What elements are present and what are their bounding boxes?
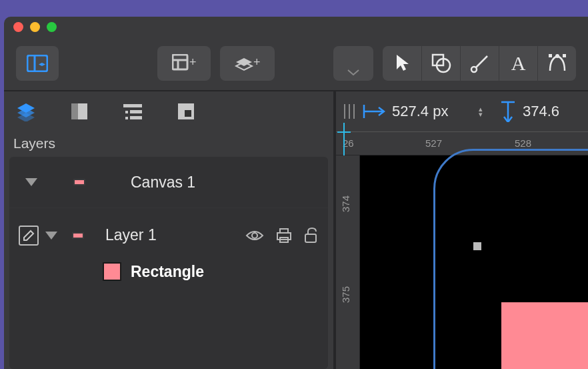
- selection-tab[interactable]: [175, 100, 197, 123]
- minimize-window-button[interactable]: [30, 22, 40, 32]
- ruler-tick: 374: [340, 196, 351, 212]
- layers-tab[interactable]: [15, 100, 37, 123]
- svg-rect-3: [173, 55, 187, 69]
- canvas-row[interactable]: Canvas 1: [9, 157, 328, 208]
- width-arrow-icon: [363, 103, 385, 119]
- close-window-button[interactable]: [13, 22, 23, 32]
- selection-handle[interactable]: [473, 242, 481, 250]
- styles-tab[interactable]: [68, 100, 91, 123]
- panel-tabs: [4, 91, 333, 131]
- measure-bar: ▴▾: [336, 91, 588, 131]
- unlock-icon[interactable]: [304, 228, 319, 244]
- svg-rect-16: [71, 103, 78, 119]
- svg-text:+: +: [189, 55, 196, 69]
- edit-layer-button[interactable]: [19, 226, 39, 246]
- styles-icon: [70, 102, 89, 121]
- align-icon[interactable]: [343, 103, 356, 120]
- text-tool[interactable]: A: [499, 46, 537, 81]
- panel-plus-icon: +: [172, 54, 196, 73]
- height-arrow-icon: [500, 101, 516, 122]
- svg-rect-18: [130, 110, 142, 113]
- list-icon: [123, 103, 142, 120]
- vertical-ruler[interactable]: 374 375: [336, 155, 360, 369]
- svg-point-24: [252, 233, 257, 238]
- pen-icon: [547, 53, 567, 73]
- y-field[interactable]: [500, 101, 569, 122]
- color-swatch[interactable]: [73, 179, 85, 186]
- layers-icon: [15, 101, 37, 121]
- shape-row[interactable]: Rectangle: [9, 262, 328, 292]
- select-tool[interactable]: [383, 46, 421, 81]
- pencil-icon: [23, 230, 35, 242]
- add-layer-button[interactable]: +: [220, 46, 275, 81]
- main-toolbar: ◂▸ + + A: [4, 37, 588, 91]
- chevron-down-icon: [347, 69, 359, 76]
- svg-line-11: [476, 56, 487, 67]
- app-window: ◂▸ + + A: [4, 17, 588, 369]
- layer-label: Layer 1: [105, 226, 157, 244]
- svg-rect-13: [549, 54, 552, 57]
- text-icon: A: [511, 52, 526, 75]
- line-tool[interactable]: [460, 46, 499, 81]
- svg-rect-14: [563, 54, 566, 57]
- svg-rect-19: [130, 116, 142, 119]
- print-icon[interactable]: [276, 228, 292, 243]
- svg-rect-28: [305, 234, 316, 242]
- svg-rect-23: [185, 110, 191, 117]
- svg-point-12: [555, 54, 559, 58]
- grid-icon: [177, 102, 195, 121]
- zoom-window-button[interactable]: [47, 22, 57, 32]
- sidebar-icon: ◂▸: [27, 55, 48, 72]
- canvas-area: ▴▾ 26 527 528 374 375: [336, 91, 588, 369]
- disclosure-triangle-icon[interactable]: [25, 178, 37, 186]
- sidebar-toggle-button[interactable]: ◂▸: [16, 46, 59, 81]
- ruler-tick: 375: [340, 286, 351, 303]
- svg-text:+: +: [253, 55, 260, 69]
- svg-rect-8: [433, 55, 443, 65]
- svg-text:◂▸: ◂▸: [39, 60, 45, 67]
- left-sidebar: Layers Canvas 1: [4, 91, 336, 369]
- layers-list: Canvas 1 Layer 1: [9, 157, 328, 369]
- rectangle-shape[interactable]: [501, 302, 588, 369]
- panel-title: Layers: [4, 131, 333, 157]
- pen-tool[interactable]: [537, 46, 576, 81]
- guide-marker-icon[interactable]: [337, 123, 351, 156]
- svg-point-10: [471, 67, 477, 72]
- svg-rect-21: [125, 117, 128, 119]
- shape-thumbnail: [103, 262, 121, 281]
- ruler-tick: 527: [425, 137, 442, 149]
- y-input[interactable]: [523, 103, 569, 120]
- x-stepper[interactable]: ▴▾: [479, 106, 483, 117]
- canvas-viewport[interactable]: 374 375: [360, 155, 588, 369]
- add-panel-button[interactable]: +: [157, 46, 211, 81]
- layers-plus-icon: +: [235, 54, 260, 73]
- pointer-icon: [394, 53, 410, 73]
- eye-icon[interactable]: [245, 229, 264, 242]
- svg-rect-17: [123, 104, 142, 107]
- color-swatch[interactable]: [72, 232, 84, 239]
- disclosure-triangle-icon[interactable]: [45, 232, 57, 240]
- titlebar: [4, 17, 588, 37]
- mode-dropdown[interactable]: [333, 46, 373, 81]
- shape-icon: [431, 53, 451, 73]
- svg-rect-20: [125, 111, 128, 113]
- shape-label: Rectangle: [131, 263, 204, 281]
- outline-tab[interactable]: [121, 100, 144, 123]
- canvas-label: Canvas 1: [131, 173, 195, 192]
- svg-rect-26: [280, 229, 288, 233]
- tool-group: A: [383, 46, 576, 81]
- layer-row[interactable]: Layer 1: [9, 208, 328, 262]
- ruler-tick: 528: [515, 137, 531, 149]
- shape-tool[interactable]: [421, 46, 460, 81]
- x-field[interactable]: ▴▾: [363, 103, 483, 120]
- x-input[interactable]: [392, 103, 472, 120]
- line-icon: [470, 53, 490, 73]
